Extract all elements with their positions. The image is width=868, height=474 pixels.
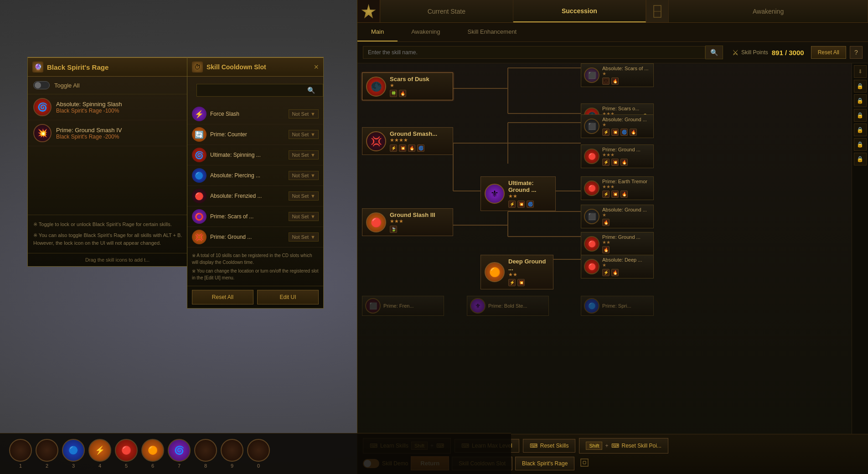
ground-smash-stars: ★★★★ bbox=[390, 137, 449, 143]
side-slot-1[interactable]: 🔒 bbox=[854, 80, 867, 93]
expand-icon[interactable] bbox=[580, 458, 589, 469]
sub-tabs: Main Awakening Skill Enhancement bbox=[357, 23, 868, 42]
nav-tab-awakening[interactable]: Awakening bbox=[669, 0, 868, 22]
skill-slot-8[interactable]: 8 bbox=[194, 439, 217, 469]
cd-skill-row-4[interactable]: 🔵 Absolute: Piercing ... Not Set ▼ bbox=[187, 165, 323, 186]
help-button[interactable]: ? bbox=[850, 46, 863, 59]
skill-tree-canvas[interactable]: 🌑 Scars of Dusk ★ 🍀 🔥 ⬛ Absolute: Sc bbox=[357, 63, 868, 434]
skill-node-scars-of-dusk[interactable]: 🌑 Scars of Dusk ★ 🍀 🔥 bbox=[362, 72, 453, 100]
toggle-all-switch[interactable] bbox=[33, 81, 50, 89]
cd-edit-ui-button[interactable]: Edit UI bbox=[257, 290, 319, 304]
cd-skill-row-6[interactable]: ⭕ Prime: Scars of ... Not Set ▼ bbox=[187, 206, 323, 227]
skill-slot-num-4: 4 bbox=[98, 463, 101, 469]
sub-tab-main[interactable]: Main bbox=[357, 23, 398, 41]
skill-node-ground-smash[interactable]: 💢 Ground Smash... ★★★★ ⚡ 💥 🔥 🌀 bbox=[362, 127, 453, 155]
sub-tab-skill-enhancement[interactable]: Skill Enhancement bbox=[454, 23, 531, 41]
skill-slot-3[interactable]: 🔵 3 bbox=[62, 439, 85, 469]
skill-slot-num-2: 2 bbox=[46, 463, 48, 469]
gse1: ⚡ bbox=[390, 144, 397, 152]
cd-skill-row-5[interactable]: 🔴 Absolute: Frenzied ... Not Set ▼ bbox=[187, 186, 323, 206]
cd-arrow-7: ▼ bbox=[310, 234, 315, 240]
cd-reset-all-button[interactable]: Reset All bbox=[192, 290, 253, 304]
bsr-skill-item-2[interactable]: 💥 Prime: Ground Smash IV Black Spirit's … bbox=[28, 120, 207, 146]
skill-node-prime-earth-tremor[interactable]: 🔴 Prime: Earth Tremor ★★★ ⚡ 💥 🔥 bbox=[581, 176, 654, 200]
cd-not-set-4[interactable]: Not Set ▼ bbox=[289, 171, 319, 180]
deep-ground-name: Deep Ground ... bbox=[508, 258, 549, 272]
cd-not-set-5[interactable]: Not Set ▼ bbox=[289, 191, 319, 201]
pgl-effects: 🔥 bbox=[602, 246, 641, 253]
scars-of-dusk-name: Scars of Dusk bbox=[390, 76, 449, 82]
bsr-skill-item[interactable]: 🌀 Absolute: Spinning Slash Black Spirit'… bbox=[28, 94, 207, 120]
cd-skill-row-7[interactable]: 💢 Prime: Ground ... Not Set ▼ bbox=[187, 227, 323, 247]
skill-slot-2[interactable]: 2 bbox=[36, 439, 58, 469]
bsr-button[interactable]: Black Spirit's Rage bbox=[515, 457, 574, 470]
side-slot-4[interactable]: 🔒 bbox=[854, 124, 867, 136]
skill-slot-0[interactable]: 0 bbox=[247, 439, 270, 469]
search-button[interactable]: 🔍 bbox=[705, 46, 723, 59]
cd-skill-row-1[interactable]: ⚡ Force Slash Not Set ▼ bbox=[187, 104, 323, 124]
effect-2: 🔥 bbox=[399, 90, 406, 97]
cd-not-set-7[interactable]: Not Set ▼ bbox=[289, 232, 319, 242]
side-slot-download[interactable]: ⬇ bbox=[854, 65, 867, 78]
skill-node-prime-ground[interactable]: 🔴 Prime: Ground ... ★★★ ⚡ 💥 🔥 bbox=[581, 144, 654, 168]
bsr-skill-info-1: Absolute: Spinning Slash Black Spirit's … bbox=[56, 101, 192, 114]
absolute-ground-top-icon: ⬛ bbox=[584, 118, 599, 134]
absolute-deep-info: Absolute: Deep ... ★ ⚡ 🔥 bbox=[602, 257, 642, 276]
cd-search-input[interactable] bbox=[196, 84, 323, 97]
skill-slot-4[interactable]: ⚡ 4 bbox=[88, 439, 111, 469]
cd-not-set-2[interactable]: Not Set ▼ bbox=[289, 130, 319, 139]
cd-close-button[interactable]: × bbox=[314, 63, 319, 71]
skill-node-prime-ground-lower[interactable]: 🔴 Prime: Ground ... ★★ 🔥 bbox=[581, 232, 654, 256]
bsr-skill-rage-1: Black Spirit's Rage -100% bbox=[56, 108, 192, 114]
skill-slot-num-6: 6 bbox=[151, 463, 154, 469]
nav-tab-current-state[interactable]: Current State bbox=[380, 0, 513, 22]
skill-slot-9[interactable]: 9 bbox=[221, 439, 243, 469]
skill-slot-5[interactable]: 🔴 5 bbox=[115, 439, 138, 469]
skill-node-ultimate-ground[interactable]: ⚜ Ultimate: Ground ... ★★ ⚡ 💥 🌀 bbox=[480, 176, 556, 211]
ad-effects: ⚡ 🔥 bbox=[602, 269, 642, 276]
toggle-knob bbox=[35, 82, 41, 88]
cd-skill-name-6: Prime: Scars of ... bbox=[210, 213, 289, 220]
reset-skills-button[interactable]: ⌨ Reset Skills bbox=[523, 439, 576, 453]
side-slot-6[interactable]: 🔒 bbox=[854, 153, 867, 165]
skill-slot-7[interactable]: 🌀 7 bbox=[168, 439, 191, 469]
cd-skill-row-2[interactable]: 🔄 Prime: Counter Not Set ▼ bbox=[187, 124, 323, 145]
skill-node-partial-2[interactable]: ⚜ Prime: Bold Ste... bbox=[467, 296, 549, 316]
skill-slot-icon-2 bbox=[36, 439, 58, 462]
side-slot-2[interactable]: 🔒 bbox=[854, 94, 867, 107]
uge2: 💥 bbox=[517, 201, 525, 208]
skill-node-absolute-ground-top[interactable]: ⬛ Absolute: Ground ... ★ ⚡ 💥 🌀 🔥 bbox=[581, 114, 654, 138]
reset-all-button[interactable]: Reset All bbox=[811, 46, 846, 59]
skill-node-ground-slash[interactable]: 🔴 Ground Slash III ★★★ 🍃 bbox=[362, 208, 453, 236]
scars-of-dusk-stars: ★ bbox=[390, 82, 449, 88]
skill-slot-icon-9 bbox=[221, 439, 243, 462]
cd-skill-row-3[interactable]: 🌀 Ultimate: Spinning ... Not Set ▼ bbox=[187, 145, 323, 165]
skill-slot-6[interactable]: 🟠 6 bbox=[141, 439, 164, 469]
reset-sp-button[interactable]: Shift + ⌨ Reset Skill Poi... bbox=[579, 438, 668, 453]
skill-slot-1[interactable]: 1 bbox=[9, 439, 32, 469]
cd-not-set-1[interactable]: Not Set ▼ bbox=[289, 109, 319, 118]
skill-search-input[interactable] bbox=[363, 46, 705, 59]
bsr-panel: 🔮 Black Spirit's Rage × Toggle All 🌀 Abs… bbox=[27, 57, 207, 267]
skill-node-partial-1[interactable]: ⬛ Prime: Fren... bbox=[362, 296, 444, 316]
cd-not-set-3[interactable]: Not Set ▼ bbox=[289, 150, 319, 160]
ground-smash-effects: ⚡ 💥 🔥 🌀 bbox=[390, 144, 449, 152]
skill-node-partial-3[interactable]: 🔵 Prime: Spri... bbox=[581, 296, 654, 316]
skill-node-absolute-deep[interactable]: 🔴 Absolute: Deep ... ★ ⚡ 🔥 bbox=[581, 255, 654, 278]
skill-bar: 1 2 🔵 3 ⚡ 4 🔴 5 🟠 6 🌀 7 8 9 0 bbox=[0, 433, 511, 474]
partial-2-icon: ⚜ bbox=[470, 298, 486, 314]
skill-node-deep-ground[interactable]: 🟠 Deep Ground ... ★★ ⚡ 💥 bbox=[480, 255, 553, 289]
side-slot-3[interactable]: 🔒 bbox=[854, 109, 867, 122]
partial-3-icon: 🔵 bbox=[584, 298, 599, 314]
cd-not-set-6[interactable]: Not Set ▼ bbox=[289, 212, 319, 221]
skill-node-absolute-ground-mid[interactable]: ⬛ Absolute: Ground ... ★ 🔥 bbox=[581, 205, 654, 228]
skill-node-absolute-scars[interactable]: ⬛ Absolute: Scars of ... ★ 🛡 🔥 bbox=[581, 63, 654, 87]
cd-search-icon[interactable]: 🔍 bbox=[307, 87, 315, 94]
skill-slot-num-3: 3 bbox=[72, 463, 75, 469]
skill-slot-icon-4: ⚡ bbox=[88, 439, 111, 462]
side-slot-5[interactable]: 🔒 bbox=[854, 138, 867, 151]
sub-tab-awakening[interactable]: Awakening bbox=[398, 23, 454, 41]
cd-skill-name-5: Absolute: Frenzied ... bbox=[210, 193, 289, 199]
cd-skill-name-1: Force Slash bbox=[210, 111, 289, 117]
nav-tab-succession[interactable]: Succession bbox=[513, 0, 646, 22]
